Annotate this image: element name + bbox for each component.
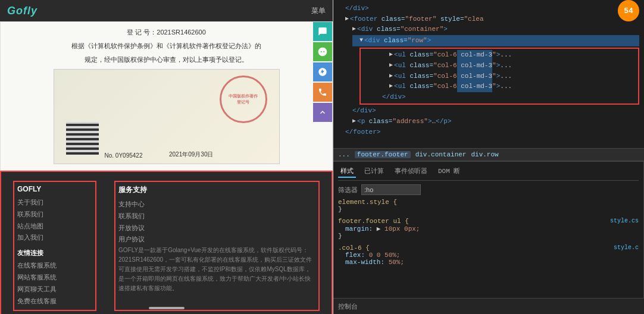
footer-link-sitemap[interactable]: 站点地图 (17, 221, 92, 233)
devtools-console: 控制台 (333, 298, 644, 314)
devtools-html-area: </div> ▶ <footer class="footer" style="c… (333, 0, 644, 148)
footer-link-online3[interactable]: 网页聊天工具 (17, 284, 92, 296)
html-line-footer[interactable]: ▶ <footer class="footer" style="clea (338, 14, 639, 25)
cert-rule2: 规定，经中国版权保护中心审查，对以上事项予以登记。 (85, 55, 248, 64)
footer-col1-heading: GOFLY (17, 185, 92, 193)
css-rule-footer-ul: footer.footer ul { style.cs margin: ▶ 10… (338, 218, 639, 240)
cert-section: 登 记 号：2021SR1462600 根据《计算机软件保护条例》和《计算机软件… (0, 21, 333, 171)
tab-dom[interactable]: DOM 断 (436, 165, 462, 178)
css-rule-element: element.style { } (338, 199, 639, 213)
html-ul-4[interactable]: ▶ <ul class="col-6 col-md-3">... (361, 81, 638, 92)
browser-topbar: Gofly 菜单 (0, 0, 333, 21)
html-line-row-highlighted[interactable]: ▼ <div class="row"> (352, 35, 639, 47)
footer-col-right: 服务支持 支持中心 联系我们 开放协议 用户协议 GOFLY是一款基于Golan… (114, 181, 320, 311)
css-rule-col6: .col-6 { style.c flex: 0 0 50%; max-widt… (338, 244, 639, 266)
html-ul-2[interactable]: ▶ <ul class="col-6 col-md-3">... (361, 61, 638, 71)
cert-stamp: 中国版权作著作登记号 (220, 76, 267, 123)
footer-link-online2[interactable]: 网站客服系统 (17, 272, 92, 284)
breadcrumb-row[interactable]: div.row (471, 151, 498, 158)
html-closediv3: </div> (338, 106, 639, 117)
html-ul-1[interactable]: ▶ <ul class="col-6 col-md-3">... (361, 50, 638, 61)
sidebar-btn-wechat[interactable] (313, 42, 332, 61)
browser-menu[interactable]: 菜单 (311, 6, 326, 16)
tab-computed[interactable]: 已计算 (362, 165, 386, 178)
sidebar-buttons (313, 22, 332, 122)
tab-events[interactable]: 事件侦听器 (392, 165, 430, 178)
sidebar-btn-phone[interactable] (313, 83, 332, 102)
cert-reg: 登 记 号：2021SR1462600 (127, 28, 206, 37)
footer-section: GOFLY 关于我们 联系我们 站点地图 加入我们 友情连接 在线客服系统 网站… (0, 171, 333, 314)
footer-col1-links: 关于我们 联系我们 站点地图 加入我们 (17, 197, 92, 244)
sidebar-btn-chat[interactable] (313, 22, 332, 41)
footer-link-open[interactable]: 开放协议 (118, 222, 315, 234)
footer-link-contact[interactable]: 联系我们 (17, 209, 92, 221)
footer-col1-sub-links: 在线客服系统 网站客服系统 网页聊天工具 免费在线客服 (17, 260, 92, 307)
html-row-box: ▶ <ul class="col-6 col-md-3">... ▶ <ul c… (359, 48, 639, 105)
sidebar-btn-qq[interactable] (313, 62, 332, 81)
footer-col2-heading: 服务支持 (118, 185, 315, 195)
html-line-container[interactable]: ▶ <div class="container"> (338, 24, 639, 35)
breadcrumb-footer[interactable]: footer.footer (355, 151, 411, 158)
temp-value: 54 (624, 7, 633, 15)
footer-col-left: GOFLY 关于我们 联系我们 站点地图 加入我们 友情连接 在线客服系统 网站… (13, 181, 96, 311)
footer-sub-heading: 友情连接 (17, 249, 92, 258)
devtools-styles: 样式 已计算 事件侦听器 DOM 断 筛选器 element.style { }… (333, 162, 644, 298)
footer-col2-links: 支持中心 联系我们 开放协议 用户协议 (118, 199, 315, 246)
footer-row: GOFLY 关于我们 联系我们 站点地图 加入我们 友情连接 在线客服系统 网站… (13, 181, 320, 311)
footer-link-support[interactable]: 支持中心 (118, 199, 315, 211)
footer-link-about[interactable]: 关于我们 (17, 197, 92, 209)
html-p-address[interactable]: ▶ <p class="address">…</p> (338, 117, 639, 127)
cert-no: No. 0Y095422 (105, 152, 143, 159)
devtools-html-content: </div> ▶ <footer class="footer" style="c… (333, 0, 644, 141)
breadcrumb-container[interactable]: div.container (415, 151, 467, 158)
scrollbar[interactable] (149, 307, 185, 309)
sidebar-btn-top[interactable] (313, 103, 332, 122)
styles-tabs: 样式 已计算 事件侦听器 DOM 断 (338, 165, 639, 181)
html-closefooter: </footer> (338, 127, 639, 138)
html-line-closediv: </div> (338, 4, 639, 14)
cert-date: 2021年09月30日 (169, 150, 214, 159)
browser-logo: Gofly (7, 5, 37, 17)
filter-row: 筛选器 (338, 184, 639, 195)
breadcrumb-dots[interactable]: ... (338, 151, 350, 158)
html-ul-3[interactable]: ▶ <ul class="col-6 col-md-3">... (361, 71, 638, 82)
footer-desc: GOFLY是一款基于Golang+Vue开发的在线客服系统，软件版权代码号：20… (118, 246, 315, 293)
browser-panel: Gofly 菜单 登 记 号：2021SR1462600 根据《计算机软件保护条… (0, 0, 333, 314)
footer-link-user[interactable]: 用户协议 (118, 234, 315, 246)
filter-input[interactable] (361, 184, 421, 195)
devtools-bottom: 样式 已计算 事件侦听器 DOM 断 筛选器 element.style { }… (333, 161, 644, 298)
devtools-panel: </div> ▶ <footer class="footer" style="c… (333, 0, 644, 314)
filter-label: 筛选器 (338, 186, 358, 194)
console-label[interactable]: 控制台 (338, 302, 358, 311)
footer-link-contact2[interactable]: 联系我们 (118, 211, 315, 222)
tab-styles[interactable]: 样式 (338, 165, 356, 178)
cert-image: 中国版权作著作登记号 No. 0Y095422 2021年09月30日 (54, 69, 280, 164)
footer-link-online4[interactable]: 免费在线客服 (17, 296, 92, 307)
browser-content: 登 记 号：2021SR1462600 根据《计算机软件保护条例》和《计算机软件… (0, 21, 333, 314)
footer-link-join[interactable]: 加入我们 (17, 232, 92, 244)
cert-rule1: 根据《计算机软件保护条例》和《计算机软件著作权登记办法》的 (71, 42, 261, 51)
devtools-breadcrumb: ... footer.footer div.container div.row (333, 148, 644, 161)
temp-badge: 54 (618, 0, 639, 21)
cert-qr-code (66, 122, 99, 155)
footer-link-online1[interactable]: 在线客服系统 (17, 260, 92, 272)
html-closediv2: </div> (361, 92, 638, 103)
